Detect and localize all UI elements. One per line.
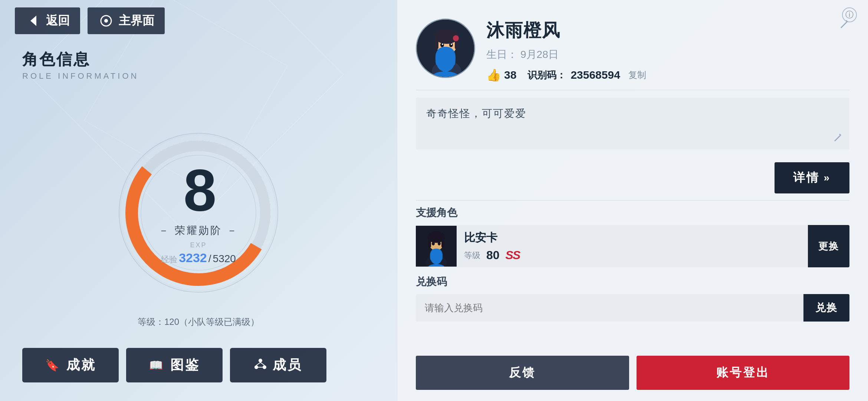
top-nav: 返回 主界面 <box>0 0 397 42</box>
bookmark-icon: 🔖 <box>45 359 60 372</box>
back-label: 返回 <box>46 13 70 29</box>
id-section: 识别码： 23568594 复制 <box>527 68 650 82</box>
support-level-value: 80 <box>486 248 500 262</box>
svg-point-9 <box>254 365 258 369</box>
logout-button[interactable]: 账号登出 <box>637 356 850 390</box>
svg-point-10 <box>263 365 266 369</box>
back-icon <box>25 13 42 29</box>
like-icon: 👍 <box>486 68 501 82</box>
birthday-label: 生日： <box>486 48 517 62</box>
redeem-input[interactable] <box>416 294 803 322</box>
bottom-buttons: 🔖 成就 📖 图鉴 成员 <box>0 337 397 401</box>
svg-rect-14 <box>417 20 474 77</box>
honor-label: － 荣耀勋阶 － <box>158 224 239 238</box>
achievement-label: 成就 <box>66 356 96 374</box>
svg-point-31 <box>432 242 435 245</box>
main-icon <box>98 13 114 29</box>
role-info-main-title: 角色信息 <box>22 49 375 70</box>
svg-point-21 <box>449 43 453 47</box>
exp-separator: / <box>208 253 211 265</box>
details-label: 详情 <box>793 170 820 186</box>
circle-area: 8 － 荣耀勋阶 － EXP 经验 3232 / 5320 等级：120（小队等… <box>0 88 397 337</box>
support-rank: SS <box>506 248 520 262</box>
birthday-row: 生日： 9月28日 <box>486 48 849 62</box>
back-button[interactable]: 返回 <box>15 7 80 34</box>
gallery-label: 图鉴 <box>170 356 200 374</box>
redeem-row: 兑换 <box>416 294 849 322</box>
network-icon <box>254 358 267 373</box>
book-icon: 📖 <box>149 359 164 372</box>
svg-marker-0 <box>30 16 36 26</box>
svg-point-2 <box>104 19 108 23</box>
user-info-section: 沐雨橙风 生日： 9月28日 👍 38 识别码： <box>416 19 849 82</box>
support-avatar <box>416 226 457 267</box>
section-divider-2 <box>416 200 849 200</box>
exp-tag: EXP <box>161 241 236 249</box>
feedback-button[interactable]: 反馈 <box>416 356 629 390</box>
left-panel: 返回 主界面 角色信息 ROLE INFORMATION <box>0 0 397 401</box>
like-number: 38 <box>504 69 516 81</box>
exp-prefix: 经验 <box>161 254 177 265</box>
main-button[interactable]: 主界面 <box>88 7 165 34</box>
svg-line-11 <box>256 362 260 365</box>
avatar-image <box>417 20 474 77</box>
svg-rect-30 <box>441 238 444 248</box>
svg-point-32 <box>438 242 441 245</box>
copy-button[interactable]: 复制 <box>625 68 650 82</box>
role-info-sub-title: ROLE INFORMATION <box>22 71 375 81</box>
exp-current: 3232 <box>179 251 207 265</box>
birthday-value: 9月28日 <box>520 48 559 62</box>
support-info: 比安卡 等级 80 SS <box>457 225 808 267</box>
level-info: 等级：120（小队等级已满级） <box>138 316 259 328</box>
details-arrow: » <box>823 172 831 184</box>
svg-point-16 <box>432 61 461 77</box>
username-edit-button[interactable] <box>839 19 849 32</box>
id-value: 23568594 <box>571 69 620 81</box>
support-level-row: 等级 80 SS <box>464 248 800 262</box>
support-name: 比安卡 <box>464 230 800 245</box>
svg-point-8 <box>259 359 262 362</box>
svg-rect-18 <box>435 36 438 49</box>
divider-1 <box>416 90 849 90</box>
role-info-title: 角色信息 ROLE INFORMATION <box>0 42 397 88</box>
svg-point-23 <box>451 43 452 45</box>
support-card: 比安卡 等级 80 SS 更换 <box>416 225 849 267</box>
exp-max: 5320 <box>213 253 236 265</box>
user-details: 沐雨橙风 生日： 9月28日 👍 38 识别码： <box>486 19 849 82</box>
change-button[interactable]: 更换 <box>808 225 849 267</box>
members-label: 成员 <box>273 356 302 374</box>
bio-text: 奇奇怪怪，可可爱爱 <box>426 107 839 121</box>
user-avatar <box>416 19 475 78</box>
svg-rect-29 <box>428 238 431 248</box>
support-section-label: 支援角色 <box>416 206 849 220</box>
redeem-button[interactable]: 兑换 <box>803 294 849 322</box>
bottom-actions: 反馈 账号登出 <box>416 348 849 390</box>
like-count: 👍 38 <box>486 68 516 82</box>
svg-point-20 <box>440 43 444 47</box>
support-avatar-image <box>416 226 457 267</box>
members-button[interactable]: 成员 <box>230 348 326 382</box>
user-header-row: 沐雨橙风 <box>486 19 849 42</box>
svg-line-12 <box>260 362 264 365</box>
gallery-button[interactable]: 📖 图鉴 <box>126 348 223 382</box>
circle-inner: 8 － 荣耀勋阶 － EXP 经验 3232 / 5320 <box>119 133 278 293</box>
bio-edit-button[interactable] <box>833 132 843 144</box>
achievement-button[interactable]: 🔖 成就 <box>22 348 119 382</box>
redeem-section: 兑换码 兑换 <box>416 275 849 322</box>
details-button[interactable]: 详情 » <box>775 162 849 193</box>
bio-section: 奇奇怪怪，可可爱爱 <box>416 98 849 150</box>
svg-point-22 <box>442 43 443 45</box>
main-label: 主界面 <box>119 13 154 29</box>
username: 沐雨橙风 <box>486 19 560 42</box>
svg-point-24 <box>453 35 459 41</box>
right-panel: ⓘ <box>397 0 868 401</box>
level-number: 8 <box>184 160 214 220</box>
support-level-label: 等级 <box>464 250 480 261</box>
level-circle-container: 8 － 荣耀勋阶 － EXP 经验 3232 / 5320 等级：120（小队等… <box>106 120 291 306</box>
id-label: 识别码： <box>527 69 566 82</box>
likes-id-row: 👍 38 识别码： 23568594 复制 <box>486 68 849 82</box>
redeem-section-label: 兑换码 <box>416 275 849 289</box>
svg-point-27 <box>426 255 447 267</box>
